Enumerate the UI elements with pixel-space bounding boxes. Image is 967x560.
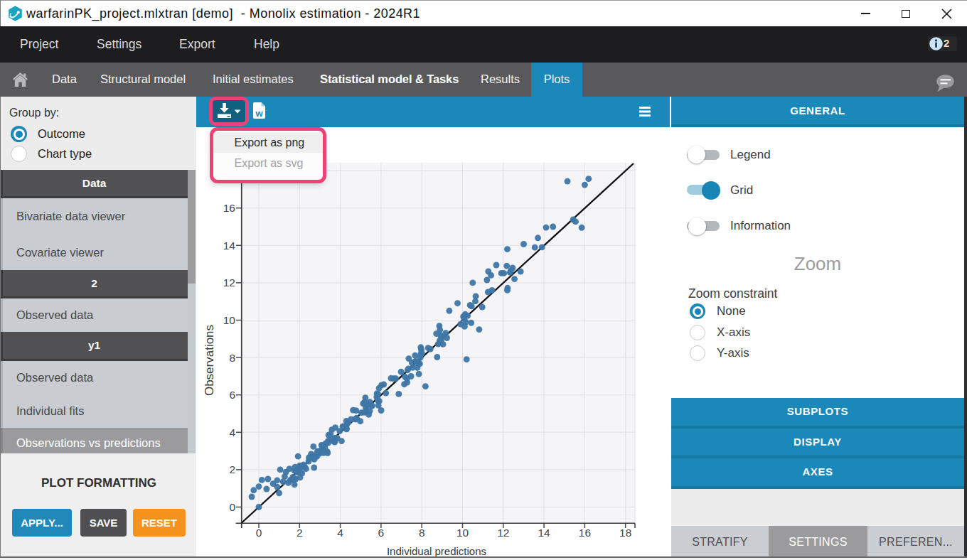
svg-text:16: 16	[223, 202, 235, 214]
svg-text:16: 16	[579, 527, 591, 539]
svg-text:10: 10	[456, 527, 469, 539]
svg-text:12: 12	[497, 527, 509, 539]
svg-text:Individual predictions: Individual predictions	[387, 545, 486, 557]
svg-text:12: 12	[223, 276, 235, 289]
svg-text:4: 4	[229, 426, 235, 438]
svg-text:14: 14	[223, 239, 236, 252]
svg-text:0: 0	[256, 527, 262, 539]
svg-text:4: 4	[337, 527, 343, 539]
svg-text:10: 10	[223, 314, 236, 326]
svg-text:2: 2	[296, 527, 303, 539]
svg-text:0: 0	[229, 501, 235, 513]
svg-text:6: 6	[229, 389, 235, 401]
svg-text:2: 2	[229, 463, 235, 475]
svg-text:Observations: Observations	[203, 325, 216, 396]
svg-text:8: 8	[229, 352, 235, 364]
svg-text:18: 18	[619, 527, 631, 539]
svg-text:14: 14	[538, 527, 550, 539]
svg-text:8: 8	[419, 527, 425, 539]
svg-text:6: 6	[378, 527, 385, 539]
